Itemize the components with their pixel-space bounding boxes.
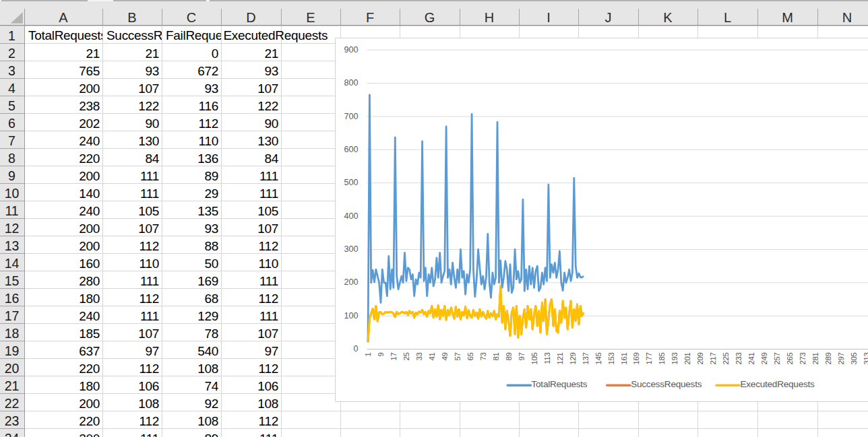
svg-text:129: 129 <box>569 353 577 365</box>
svg-text:105: 105 <box>530 353 538 365</box>
svg-text:600: 600 <box>344 145 358 154</box>
svg-text:1: 1 <box>364 353 372 357</box>
svg-text:209: 209 <box>696 353 704 365</box>
svg-text:33: 33 <box>415 353 423 361</box>
svg-text:ExecutedRequests: ExecutedRequests <box>741 379 815 389</box>
svg-text:265: 265 <box>786 353 794 365</box>
svg-text:225: 225 <box>722 353 730 365</box>
svg-text:73: 73 <box>479 353 487 361</box>
svg-text:800: 800 <box>344 78 358 88</box>
svg-text:49: 49 <box>441 353 449 361</box>
svg-text:57: 57 <box>454 353 462 361</box>
svg-text:185: 185 <box>658 353 666 365</box>
svg-text:137: 137 <box>582 353 590 365</box>
svg-text:97: 97 <box>518 353 526 361</box>
svg-text:25: 25 <box>402 353 410 361</box>
svg-text:169: 169 <box>632 353 640 365</box>
svg-text:TotalRequests: TotalRequests <box>532 379 588 389</box>
svg-text:81: 81 <box>492 353 500 361</box>
svg-text:700: 700 <box>344 112 358 121</box>
svg-text:113: 113 <box>543 353 551 364</box>
svg-text:257: 257 <box>773 353 781 365</box>
svg-text:217: 217 <box>709 353 717 365</box>
svg-text:89: 89 <box>505 353 513 361</box>
svg-text:281: 281 <box>811 353 819 365</box>
svg-text:65: 65 <box>466 353 474 361</box>
svg-text:9: 9 <box>377 353 385 357</box>
svg-text:0: 0 <box>353 344 358 354</box>
svg-text:500: 500 <box>344 178 358 187</box>
svg-text:313: 313 <box>863 353 868 365</box>
svg-text:177: 177 <box>645 353 653 365</box>
svg-text:17: 17 <box>390 353 398 361</box>
svg-text:100: 100 <box>344 311 358 321</box>
svg-text:249: 249 <box>760 353 768 365</box>
svg-text:241: 241 <box>747 353 755 365</box>
svg-text:41: 41 <box>428 353 436 361</box>
svg-text:161: 161 <box>620 353 628 365</box>
svg-text:153: 153 <box>607 353 615 365</box>
svg-text:193: 193 <box>671 353 679 365</box>
svg-text:289: 289 <box>824 353 832 365</box>
svg-text:145: 145 <box>594 353 602 365</box>
svg-text:SuccessRequests: SuccessRequests <box>631 379 702 389</box>
svg-text:400: 400 <box>344 211 358 221</box>
svg-text:200: 200 <box>344 277 358 287</box>
svg-text:297: 297 <box>837 353 845 365</box>
svg-text:300: 300 <box>344 244 358 254</box>
svg-text:900: 900 <box>344 45 358 55</box>
svg-text:305: 305 <box>850 353 858 365</box>
svg-text:273: 273 <box>799 353 807 365</box>
svg-text:233: 233 <box>735 353 743 365</box>
svg-text:201: 201 <box>683 353 691 365</box>
svg-text:121: 121 <box>556 353 564 365</box>
